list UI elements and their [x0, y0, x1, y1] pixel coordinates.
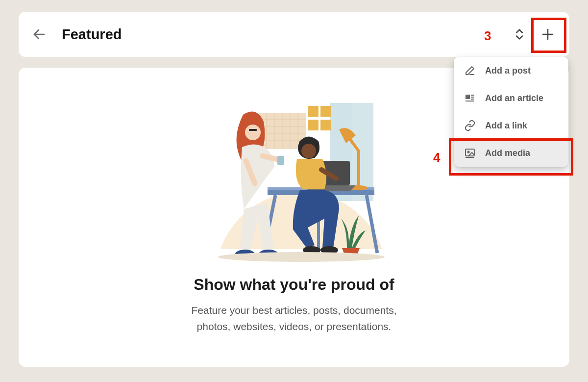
- illustration: [201, 82, 387, 264]
- article-icon: [464, 92, 476, 104]
- chevron-up-down-icon: [513, 27, 526, 41]
- svg-point-35: [218, 252, 385, 262]
- svg-point-30: [245, 125, 261, 140]
- back-button[interactable]: [29, 25, 49, 44]
- reorder-button[interactable]: [509, 24, 530, 45]
- menu-item-label: Add an article: [485, 93, 543, 103]
- page-title: Featured: [62, 26, 122, 43]
- svg-point-27: [301, 144, 316, 158]
- svg-rect-31: [249, 129, 257, 131]
- svg-point-42: [467, 151, 469, 153]
- svg-rect-7: [308, 120, 318, 130]
- svg-rect-32: [277, 156, 284, 165]
- svg-rect-37: [471, 95, 474, 96]
- empty-state-headline: Show what you're proud of: [194, 276, 394, 294]
- svg-rect-8: [320, 120, 331, 130]
- featured-header: Featured: [19, 12, 569, 57]
- menu-item-label: Add a post: [485, 66, 531, 76]
- menu-item-label: Add a link: [485, 121, 527, 131]
- svg-rect-39: [471, 99, 474, 100]
- plus-icon: [540, 27, 555, 42]
- arrow-left-icon: [32, 27, 47, 42]
- svg-rect-5: [308, 106, 318, 117]
- people-at-desk-illustration: [201, 82, 387, 264]
- svg-rect-6: [320, 106, 331, 117]
- menu-item-label: Add media: [485, 148, 530, 158]
- add-article-item[interactable]: Add an article: [454, 84, 568, 112]
- svg-rect-36: [466, 95, 470, 99]
- empty-state-subtext: Feature your best articles, posts, docum…: [181, 303, 407, 334]
- link-icon: [464, 119, 476, 132]
- add-menu: Add a post Add an article A: [454, 57, 568, 167]
- add-link-item[interactable]: Add a link: [454, 112, 568, 139]
- compose-icon: [464, 64, 476, 77]
- add-media-item[interactable]: Add media: [454, 139, 568, 167]
- add-button[interactable]: [537, 24, 559, 45]
- media-icon: [464, 147, 476, 159]
- add-post-item[interactable]: Add a post: [454, 57, 568, 84]
- svg-rect-38: [471, 97, 474, 98]
- svg-rect-40: [466, 101, 474, 102]
